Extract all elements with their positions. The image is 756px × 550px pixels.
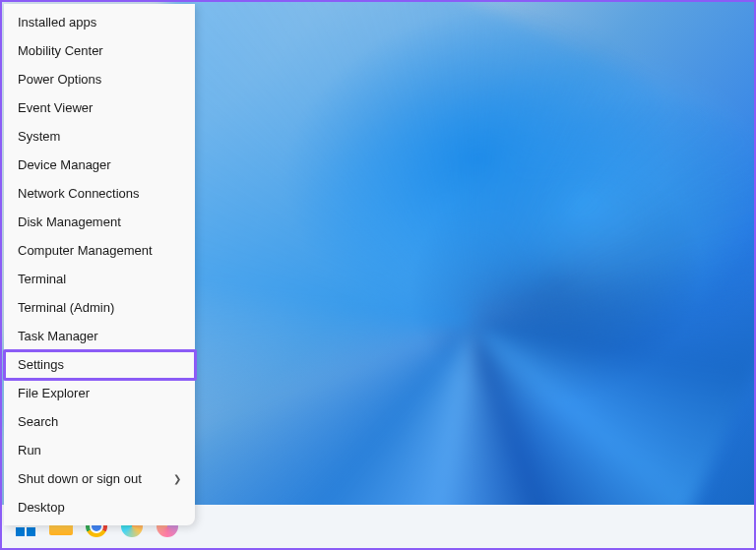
menu-item-label: Power Options bbox=[18, 72, 101, 87]
menu-item-label: Event Viewer bbox=[18, 100, 93, 115]
menu-item-label: Installed apps bbox=[18, 15, 96, 30]
menu-item-label: Terminal bbox=[18, 272, 66, 286]
menu-item-label: Settings bbox=[18, 357, 64, 372]
menu-item-system[interactable]: System bbox=[4, 122, 195, 151]
menu-item-installed-apps[interactable]: Installed apps bbox=[4, 8, 195, 36]
chevron-right-icon: ❯ bbox=[173, 473, 181, 484]
menu-item-desktop[interactable]: Desktop bbox=[4, 493, 195, 521]
menu-item-label: Desktop bbox=[18, 500, 65, 515]
menu-item-shut-down[interactable]: Shut down or sign out ❯ bbox=[4, 464, 195, 493]
menu-item-label: Device Manager bbox=[18, 157, 111, 172]
menu-item-label: Task Manager bbox=[18, 329, 98, 343]
menu-item-label: Shut down or sign out bbox=[18, 471, 142, 486]
menu-item-event-viewer[interactable]: Event Viewer bbox=[4, 93, 195, 122]
menu-item-label: Search bbox=[18, 414, 58, 429]
menu-item-network-connections[interactable]: Network Connections bbox=[4, 179, 195, 208]
menu-item-terminal-admin[interactable]: Terminal (Admin) bbox=[4, 293, 195, 322]
menu-item-search[interactable]: Search bbox=[4, 407, 195, 436]
menu-item-terminal[interactable]: Terminal bbox=[4, 265, 195, 293]
menu-item-label: File Explorer bbox=[18, 386, 90, 400]
menu-item-label: Mobility Center bbox=[18, 43, 103, 58]
menu-item-disk-management[interactable]: Disk Management bbox=[4, 208, 195, 236]
menu-item-label: Computer Management bbox=[18, 243, 153, 258]
menu-item-label: Disk Management bbox=[18, 214, 121, 229]
menu-item-computer-management[interactable]: Computer Management bbox=[4, 236, 195, 265]
menu-item-device-manager[interactable]: Device Manager bbox=[4, 151, 195, 179]
menu-item-settings[interactable]: Settings bbox=[4, 350, 195, 379]
menu-item-label: System bbox=[18, 129, 60, 144]
menu-item-task-manager[interactable]: Task Manager bbox=[4, 322, 195, 350]
menu-item-label: Network Connections bbox=[18, 186, 140, 201]
menu-item-mobility-center[interactable]: Mobility Center bbox=[4, 36, 195, 65]
winx-context-menu: Installed apps Mobility Center Power Opt… bbox=[4, 4, 195, 525]
menu-item-file-explorer[interactable]: File Explorer bbox=[4, 379, 195, 407]
menu-item-power-options[interactable]: Power Options bbox=[4, 65, 195, 93]
menu-item-label: Run bbox=[18, 443, 41, 458]
menu-item-run[interactable]: Run bbox=[4, 436, 195, 464]
menu-item-label: Terminal (Admin) bbox=[18, 300, 114, 315]
